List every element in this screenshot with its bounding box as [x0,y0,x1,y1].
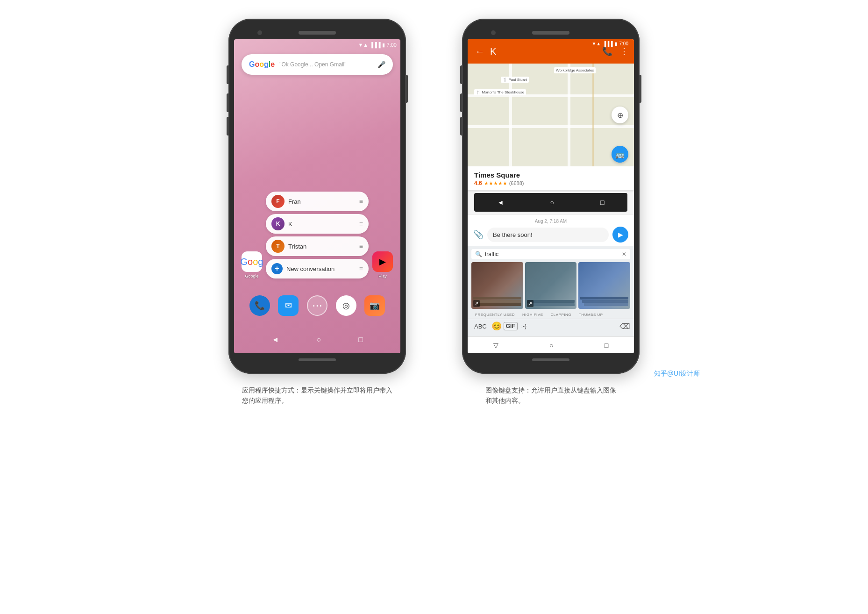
gif-search-bar[interactable]: 🔍 traffic ✕ [471,249,630,259]
play-app-shortcut[interactable]: ▶ Play [372,251,393,278]
phone2-speaker [532,31,569,35]
keyboard-abc-btn[interactable]: ABC [471,322,490,331]
gif-item-2[interactable]: ↗ [525,262,577,309]
phone2-camera [491,30,496,35]
dock-apps[interactable]: ⋯ [307,295,327,316]
keyboard-gif-area: 🔍 traffic ✕ [468,246,634,336]
gif-grid: ↗ ↗ [468,262,634,309]
gif-tab-clapping[interactable]: CLAPPING [547,311,575,319]
phone-1-bottom-bar [234,353,400,366]
gif-external-icon-2: ↗ [527,300,534,307]
toolbar-call-icon[interactable]: 📞 [602,46,612,57]
new-conversation-item[interactable]: + New conversation ≡ [266,259,369,278]
attach-icon[interactable]: 📎 [473,229,484,240]
place-name: Times Square [474,171,627,179]
review-count: (6688) [509,180,524,186]
map-label-mortons: 🍴 Morton's The Steakhouse [474,89,526,95]
time-display-2: 7:00 [619,41,628,46]
status-bar-1: ▼▲ ▐▐▐ ▮ 7:00 [234,39,400,50]
message-text-field[interactable]: Be there soon! [487,228,609,242]
google-app-shortcut[interactable]: Goog Google [242,251,262,278]
message-input-area: Aug 2, 7:18 AM 📎 Be there soon! ▶ [468,214,634,246]
gif-tab-frequently-used[interactable]: FREQUENTLY USED [471,311,519,319]
shortcut-fran[interactable]: F Fran ≡ [266,192,369,211]
keyboard-gif-btn[interactable]: GIF [504,322,518,330]
dock-phone[interactable]: 📞 [249,295,270,316]
avatar-tristan: T [271,240,285,253]
map-location-btn[interactable]: ⊕ [612,107,628,123]
dock-chrome[interactable]: ◎ [336,295,356,316]
nav-strip-home[interactable]: ○ [550,199,554,206]
shortcut-k[interactable]: K K ≡ [266,214,369,234]
phone-2-top-bar [468,26,634,39]
google-app-label: Google [245,274,258,278]
app-shortcuts-area: Goog Google F Fran ≡ [234,192,400,278]
caption-left-line1: 应用程序快捷方式：显示关键操作并立即将用户带入 [242,386,392,394]
google-logo: Google [249,60,275,69]
dock-messages[interactable]: ✉ [278,295,299,316]
new-conversation-plus-icon: + [271,263,283,274]
nav-strip-recents[interactable]: □ [600,199,604,206]
avatar-fran: F [271,195,285,208]
p2-nav-home[interactable]: ○ [549,342,553,349]
map-label-workbridge: Workbridge Associates [554,67,596,73]
gif-item-3[interactable] [578,262,630,309]
dock-camera[interactable]: 📷 [364,295,385,316]
place-card: Times Square 4.6 ★★★★★ (6688) [468,166,634,190]
keyboard-emoji-btn[interactable]: 😊 [491,321,502,331]
nav-strip-back[interactable]: ◄ [498,199,504,206]
wifi-icon: ▼▲ [358,42,368,48]
shortcut-dots-k: ≡ [359,220,363,228]
keyboard-delete-btn[interactable]: ⌫ [619,322,630,331]
rating-number: 4.6 [474,180,482,186]
shortcuts-stack: F Fran ≡ K K ≡ T [266,192,369,278]
new-conversation-label: New conversation [286,265,356,272]
p2-nav-recents[interactable]: □ [605,342,608,349]
google-search-widget[interactable]: Google "Ok Google... Open Gmail" 🎤 [242,54,393,75]
play-app-icon: ▶ [372,251,393,272]
phone-2-screen: ▼▲ ▐▐▐ ▮ 7:00 ← K 📞 ⋮ [468,39,634,353]
send-button[interactable]: ▶ [612,227,628,243]
screen2-content: ▼▲ ▐▐▐ ▮ 7:00 ← K 📞 ⋮ [468,39,634,353]
shortcut-dots-tristan: ≡ [359,243,363,250]
camera-dock-icon: 📷 [364,295,385,316]
keyboard-bottom-row: ABC 😊 GIF :-) ⌫ [468,319,634,333]
place-rating: 4.6 ★★★★★ (6688) [474,180,627,186]
time-display-1: 7:00 [387,42,397,48]
battery-icon: ▮ [382,42,385,48]
recents-nav-btn[interactable]: □ [358,336,363,344]
caption-right: 图像键盘支持：允许用户直接从键盘输入图像 和其他内容。 [485,385,616,406]
shortcut-tristan[interactable]: T Tristan ≡ [266,236,369,256]
message-input-row: 📎 Be there soon! ▶ [473,227,628,243]
google-app-icon: Goog [242,251,262,272]
keyboard-sticker-btn[interactable]: :-) [519,322,528,330]
shortcut-dots-fran: ≡ [359,198,363,205]
caption-right-line1: 图像键盘支持：允许用户直接从键盘输入图像 [485,386,616,394]
map-transit-btn[interactable]: 🚌 [612,146,628,163]
gif-search-icon: 🔍 [475,251,482,257]
gif-search-clear-icon[interactable]: ✕ [622,251,626,257]
signal-bars: ▐▐▐ [370,42,380,48]
shortcut-name-tristan: Tristan [288,243,356,250]
gif-tab-thumbs-up[interactable]: THUMBS UP [575,311,607,319]
phone-2-shell: ▼▲ ▐▐▐ ▮ 7:00 ← K 📞 ⋮ [462,19,640,374]
phone-dock-icon: 📞 [249,295,270,316]
app-toolbar: ▼▲ ▐▐▐ ▮ 7:00 ← K 📞 ⋮ [468,39,634,64]
screen1-content: ▼▲ ▐▐▐ ▮ 7:00 Google "Ok Google... Open [234,39,400,353]
gif-search-text: traffic [485,251,619,257]
phone-home-indicator [299,358,336,361]
gif-item-1[interactable]: ↗ [471,262,523,309]
chrome-dock-icon: ◎ [336,295,356,316]
nav-strip: ◄ ○ □ [474,193,627,212]
toolbar-more-icon[interactable]: ⋮ [620,46,628,57]
p2-nav-back[interactable]: ▽ [493,342,498,349]
gif-tab-high-five[interactable]: HIGH FIVE [519,311,547,319]
gif-external-icon-1: ↗ [473,300,480,307]
back-nav-btn[interactable]: ◄ [271,336,279,344]
avatar-k: K [271,217,285,230]
shortcut-name-fran: Fran [288,198,356,205]
mic-icon[interactable]: 🎤 [377,61,385,68]
map-label-paul-stuart: 🍴 Paul Stuart [501,77,529,83]
home-nav-btn[interactable]: ○ [316,336,321,344]
toolbar-back-btn[interactable]: ← [473,44,486,59]
